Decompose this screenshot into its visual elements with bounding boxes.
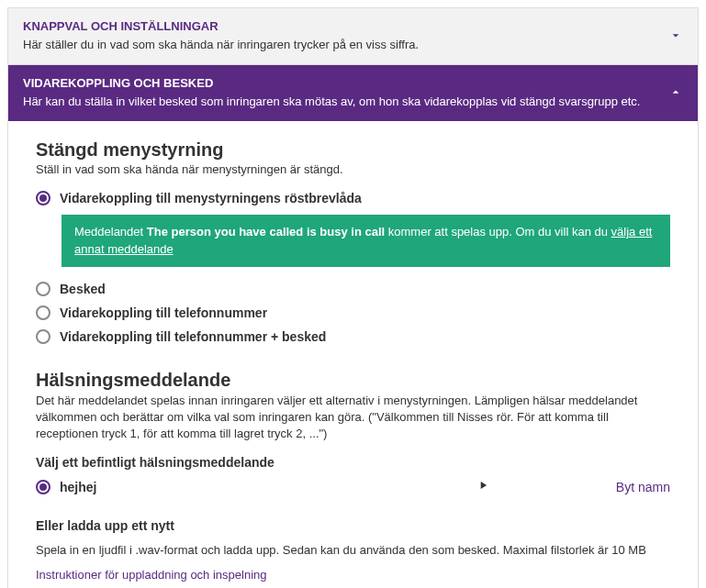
radio-icon: [36, 282, 50, 296]
panel-body-vidarekoppling: Stängd menystyrning Ställ in vad som ska…: [8, 121, 698, 588]
radio-forward-voicemail[interactable]: Vidarekoppling till menystyrningens röst…: [36, 191, 670, 205]
rename-link[interactable]: Byt namn: [616, 480, 670, 494]
radio-forward-phone[interactable]: Vidarekoppling till telefonnummer: [36, 305, 670, 320]
banner-text: Meddelandet: [74, 225, 147, 239]
panel-title: KNAPPVAL OCH INSTÄLLNINGAR: [23, 19, 683, 33]
banner-bold: The person you have called is busy in ca…: [147, 225, 385, 239]
radio-label: hejhej: [60, 480, 96, 494]
closed-menu-title: Stängd menystyrning: [36, 139, 670, 161]
radio-label: Vidarekoppling till menystyrningens röst…: [60, 191, 362, 205]
radio-icon: [36, 480, 50, 494]
radio-label: Besked: [60, 282, 106, 296]
upload-heading: Eller ladda upp ett nytt: [36, 518, 670, 533]
banner-text: kommer att spelas upp. Om du vill kan du: [385, 225, 611, 239]
greeting-description: Det här meddelandet spelas innan inringa…: [36, 393, 670, 443]
info-banner: Meddelandet The person you have called i…: [62, 215, 670, 266]
chevron-down-icon[interactable]: [668, 28, 683, 45]
radio-icon: [36, 329, 50, 344]
panel-header-knappval[interactable]: KNAPPVAL OCH INSTÄLLNINGAR Här ställer d…: [8, 8, 698, 65]
choose-greeting-heading: Välj ett befintligt hälsningsmeddelande: [36, 455, 670, 470]
radio-label: Vidarekoppling till telefonnummer: [60, 305, 267, 320]
panel-title: VIDAREKOPPLING OCH BESKED: [23, 76, 683, 90]
radio-besked[interactable]: Besked: [36, 282, 670, 296]
radio-icon: [36, 305, 50, 320]
radio-forward-phone-besked[interactable]: Vidarekoppling till telefonnummer + besk…: [36, 329, 670, 344]
greeting-title: Hälsningsmeddelande: [36, 370, 670, 391]
closed-menu-subtitle: Ställ in vad som ska hända när menystyrn…: [36, 162, 670, 176]
play-icon[interactable]: [476, 479, 489, 494]
upload-instructions-link[interactable]: Instruktioner för uppladdning och inspel…: [36, 568, 267, 582]
upload-description: Spela in en ljudfil i .wav-format och la…: [36, 542, 670, 559]
panel-subtitle: Här ställer du in vad som ska hända när …: [23, 37, 683, 53]
radio-greeting-hejhej[interactable]: hejhej: [36, 480, 421, 494]
panel-header-vidarekoppling[interactable]: VIDAREKOPPLING OCH BESKED Här kan du stä…: [8, 65, 698, 121]
radio-icon: [36, 191, 50, 205]
chevron-up-icon[interactable]: [668, 84, 683, 102]
panel-subtitle: Här kan du ställa in vilket besked som i…: [23, 94, 683, 110]
radio-label: Vidarekoppling till telefonnummer + besk…: [60, 329, 326, 344]
